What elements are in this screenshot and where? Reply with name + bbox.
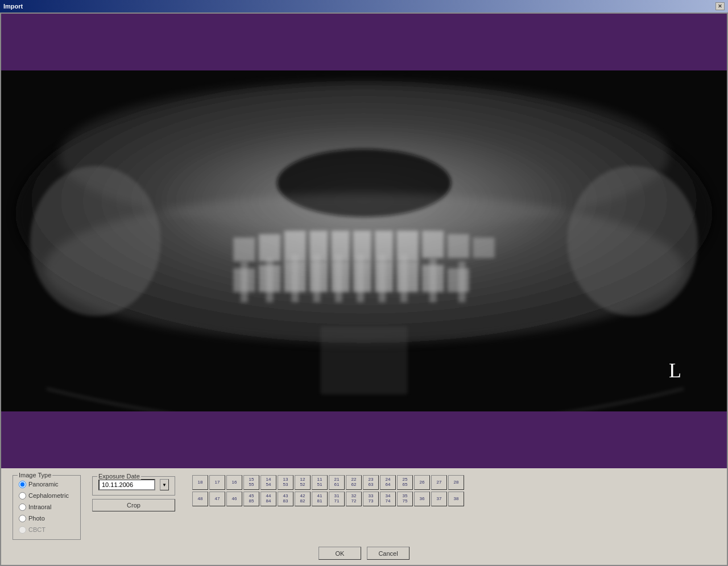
tooth-upper-7[interactable]: 1252 — [295, 475, 311, 490]
tooth-lower-16[interactable]: 38 — [448, 492, 464, 506]
tooth-upper-13[interactable]: 2565 — [397, 475, 413, 490]
tooth-lower-13[interactable]: 3575 — [397, 492, 413, 506]
controls-area: Image Type Panoramic Cephalometric Intra… — [1, 468, 727, 565]
tooth-lower-2[interactable]: 47 — [209, 492, 225, 506]
radio-photo[interactable]: Photo — [19, 513, 75, 523]
svg-text:L: L — [669, 359, 681, 382]
tooth-upper-11[interactable]: 2363 — [363, 475, 379, 490]
tooth-upper-4[interactable]: 1555 — [243, 475, 259, 490]
date-dropdown-button[interactable]: ▼ — [160, 479, 169, 490]
tooth-lower-3[interactable]: 46 — [226, 492, 242, 506]
tooth-lower-11[interactable]: 3373 — [363, 492, 379, 506]
tooth-lower-15[interactable]: 37 — [431, 492, 447, 506]
svg-rect-29 — [241, 261, 248, 302]
title-bar: Import ✕ — [0, 0, 728, 13]
import-dialog: L Image Type Panoramic Cephalometric — [0, 13, 728, 566]
tooth-lower-6[interactable]: 4383 — [278, 492, 293, 506]
svg-rect-35 — [379, 255, 386, 302]
radio-intraoral[interactable]: Intraoral — [19, 502, 75, 512]
window-title: Import — [3, 3, 23, 10]
tooth-lower-4[interactable]: 4585 — [243, 492, 259, 506]
radio-panoramic[interactable]: Panoramic — [19, 479, 75, 489]
tooth-upper-12[interactable]: 2464 — [380, 475, 396, 490]
tooth-upper-15[interactable]: 27 — [431, 475, 447, 490]
tooth-upper-3[interactable]: 16 — [226, 475, 242, 490]
tooth-lower-12[interactable]: 3474 — [380, 492, 396, 506]
svg-rect-7 — [320, 326, 407, 394]
svg-rect-16 — [422, 231, 444, 258]
svg-rect-9 — [259, 234, 280, 261]
label-photo: Photo — [28, 515, 45, 522]
tooth-upper-8[interactable]: 1151 — [312, 475, 328, 490]
ok-button[interactable]: OK — [318, 547, 361, 560]
image-type-label: Image Type — [18, 472, 52, 478]
upper-tooth-row: 1817161555145413531252115121612262236324… — [192, 475, 464, 490]
svg-point-6 — [567, 166, 698, 316]
xray-bottom-bar — [1, 411, 727, 468]
tooth-upper-14[interactable]: 26 — [414, 475, 430, 490]
xray-svg: L — [1, 70, 727, 411]
radio-cephalometric[interactable]: Cephalometric — [19, 490, 75, 501]
lower-tooth-row: 4847464585448443834282418131713272337334… — [192, 492, 464, 506]
tooth-upper-2[interactable]: 17 — [209, 475, 225, 490]
exposure-date-label: Exposure Date — [97, 473, 141, 480]
xray-top-bar — [1, 14, 727, 70]
exposure-date-group: Exposure Date ▼ — [92, 476, 175, 496]
tooth-upper-16[interactable]: 28 — [448, 475, 464, 490]
xray-image: L — [1, 70, 727, 411]
svg-rect-18 — [473, 238, 494, 258]
tooth-lower-8[interactable]: 4181 — [312, 492, 328, 506]
svg-rect-38 — [458, 261, 466, 302]
svg-rect-36 — [400, 255, 408, 302]
tooth-upper-1[interactable]: 18 — [192, 475, 208, 490]
svg-rect-34 — [357, 255, 364, 302]
label-intraoral: Intraoral — [28, 503, 51, 510]
tooth-upper-5[interactable]: 1454 — [260, 475, 276, 490]
svg-point-5 — [30, 166, 161, 316]
tooth-chart: 1817161555145413531252115121612262236324… — [192, 475, 464, 506]
label-cbct: CBCT — [28, 526, 46, 533]
tooth-lower-9[interactable]: 3171 — [329, 492, 345, 506]
svg-rect-30 — [266, 258, 274, 302]
tooth-lower-10[interactable]: 3272 — [346, 492, 362, 506]
tooth-upper-10[interactable]: 2262 — [346, 475, 362, 490]
tooth-upper-6[interactable]: 1353 — [278, 475, 293, 490]
crop-button[interactable]: Crop — [92, 499, 175, 511]
tooth-upper-9[interactable]: 2161 — [329, 475, 345, 490]
xray-container: L — [1, 14, 727, 468]
tooth-lower-1[interactable]: 48 — [192, 492, 208, 506]
cancel-button[interactable]: Cancel — [367, 547, 410, 560]
svg-rect-37 — [429, 258, 437, 302]
close-button[interactable]: ✕ — [715, 2, 725, 10]
svg-rect-31 — [291, 255, 299, 302]
bottom-buttons: OK Cancel — [13, 543, 715, 562]
image-type-group: Image Type Panoramic Cephalometric Intra… — [13, 475, 81, 540]
label-cephalometric: Cephalometric — [28, 492, 69, 499]
tooth-lower-7[interactable]: 4282 — [295, 492, 311, 506]
date-input[interactable] — [98, 479, 155, 490]
tooth-lower-5[interactable]: 4484 — [260, 492, 276, 506]
svg-rect-8 — [233, 238, 255, 261]
tooth-lower-14[interactable]: 36 — [414, 492, 430, 506]
svg-rect-32 — [313, 255, 321, 302]
svg-rect-17 — [448, 234, 469, 258]
label-panoramic: Panoramic — [28, 481, 59, 488]
radio-cbct: CBCT — [19, 525, 75, 535]
svg-rect-33 — [335, 255, 342, 302]
